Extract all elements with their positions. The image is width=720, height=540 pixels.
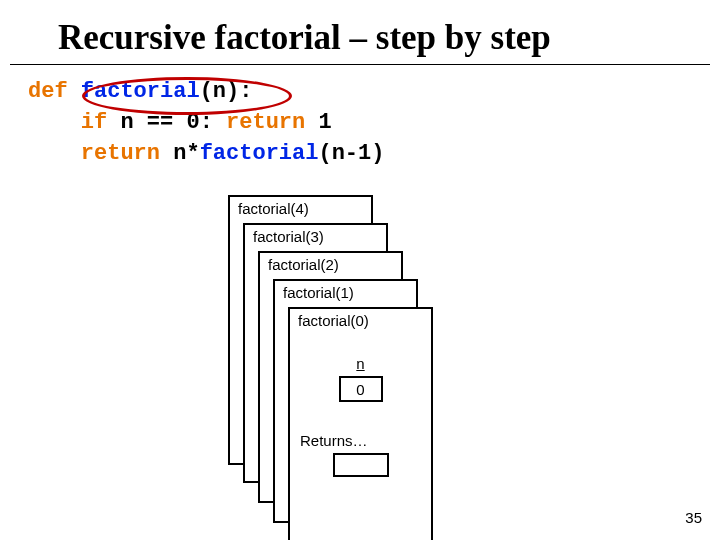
- ret2-pre: n*: [160, 141, 200, 166]
- returns-label: Returns…: [290, 432, 431, 449]
- slide-title: Recursive factorial – step by step: [10, 0, 710, 65]
- fn-name: factorial: [81, 79, 200, 104]
- kw-def: def: [28, 79, 68, 104]
- code-line-1: def factorial(n):: [28, 77, 720, 108]
- code-line-3: return n*factorial(n-1): [28, 139, 720, 170]
- page-number: 35: [685, 509, 702, 526]
- frame-label: factorial(1): [275, 281, 416, 301]
- frame-label: factorial(0): [290, 309, 431, 329]
- kw-return-1: return: [226, 110, 305, 135]
- frame-label: factorial(4): [230, 197, 371, 217]
- code-block: def factorial(n): if n == 0: return 1 re…: [0, 75, 720, 169]
- fn-name-2: factorial: [200, 141, 319, 166]
- returns-value-box: [333, 453, 389, 477]
- kw-if: if: [81, 110, 107, 135]
- frame-label: factorial(3): [245, 225, 386, 245]
- sig-args: (n):: [200, 79, 253, 104]
- ret2-args: (n-1): [318, 141, 384, 166]
- ret1-val: 1: [305, 110, 331, 135]
- code-line-2: if n == 0: return 1: [28, 108, 720, 139]
- stack-frame-0: factorial(0) n 0 Returns…: [288, 307, 433, 540]
- variable-name-n: n: [290, 355, 431, 372]
- kw-return-2: return: [81, 141, 160, 166]
- frame-label: factorial(2): [260, 253, 401, 273]
- variable-value-box: 0: [339, 376, 383, 402]
- cond: n == 0:: [107, 110, 226, 135]
